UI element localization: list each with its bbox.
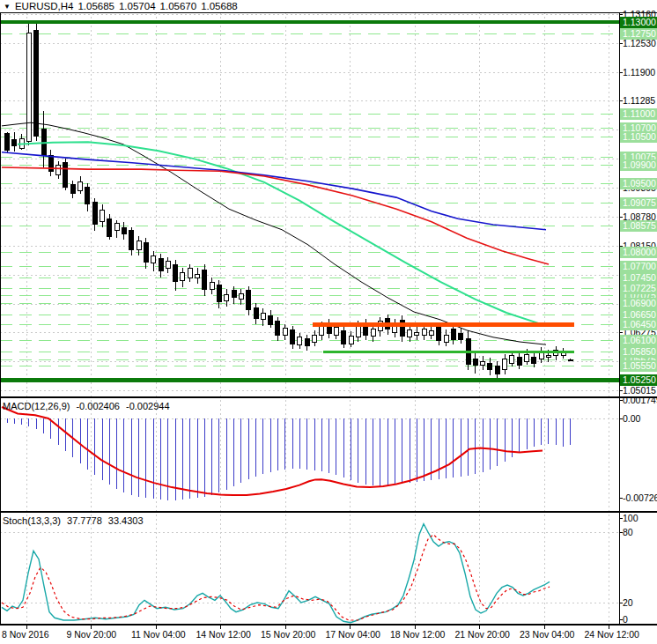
candle-body-down (48, 156, 53, 172)
candle-body-up (320, 326, 324, 335)
mt4-chart-window: ▼ EURUSD,H4 1.05685 1.05704 1.05670 1.05… (0, 0, 657, 644)
candle-body-up (114, 224, 119, 231)
candle-body-down (459, 333, 463, 340)
price-badge-light: 1.07700 (620, 261, 657, 272)
candle-body-down (342, 331, 346, 344)
stoch-k-line (2, 524, 550, 623)
candle-body-up (510, 356, 514, 363)
candle-body-down (34, 31, 39, 137)
candle-body-up (166, 262, 170, 269)
candle-body-down (517, 358, 521, 365)
price-badge-light: 1.07225 (620, 283, 657, 294)
candle-body-up (525, 354, 529, 361)
candle-body-up (239, 293, 243, 300)
candle-body-up (356, 326, 360, 337)
stoch-axis-label: 0 (623, 614, 628, 625)
price-badge-light: 1.08575 (620, 220, 657, 232)
macd-axis-label: 0.001749 (623, 395, 657, 406)
candle-body-up (349, 337, 353, 344)
price-badge-light: 1.09900 (620, 159, 657, 171)
stoch-panel-label: Stoch(13,3,3) 37.7778 33.4303 (3, 515, 144, 526)
stoch-indicator-name: Stoch(13,3,3) (3, 515, 61, 526)
date-label: 24 Nov 12:00 (585, 629, 639, 640)
price-badge-dark: 1.05250 (620, 374, 657, 386)
date-label: 11 Nov 04:00 (131, 629, 186, 640)
date-label: 8 Nov 2016 (2, 629, 49, 640)
ohlc-open: 1.05685 (78, 1, 114, 11)
symbol-timeframe: EURUSD,H4 (15, 1, 73, 11)
candle-body-up (283, 329, 287, 336)
candle-body-up (188, 269, 192, 278)
ma-blue-line (2, 152, 546, 230)
price-badge-light: 1.06900 (620, 298, 657, 309)
date-label: 15 Nov 20:00 (261, 629, 315, 640)
candle-body-down (232, 291, 236, 298)
macd-axis-label: -0.00726 (623, 492, 657, 504)
candle-body-down (305, 339, 309, 346)
chart-title: ▼ EURUSD,H4 1.05685 1.05704 1.05670 1.05… (4, 1, 238, 11)
macd-axis-label: 0.00 (623, 413, 640, 425)
ma-fast-black-line (2, 122, 546, 344)
stoch-value-k: 37.7778 (67, 515, 102, 526)
candle-body-up (261, 313, 265, 320)
price-label: 1.11900 (623, 67, 655, 78)
price-label: 1.12530 (623, 38, 656, 49)
macd-value-main: -0.002406 (76, 401, 120, 411)
price-badge-light: 1.12750 (620, 28, 657, 40)
macd-indicator-name: MACD(12,26,9) (3, 401, 70, 411)
candle-body-down (144, 243, 148, 263)
macd-panel-label: MACD(12,26,9) -0.002406 -0.002944 (3, 401, 170, 411)
date-label: 21 Nov 20:00 (455, 629, 510, 640)
candle-body-up (78, 182, 83, 191)
date-label: 14 Nov 12:00 (196, 629, 251, 640)
date-label: 18 Nov 12:00 (390, 629, 445, 640)
ohlc-high: 1.05704 (119, 1, 156, 11)
candle-body-up (503, 359, 507, 370)
candle-body-up (546, 355, 550, 358)
candle-body-up (26, 33, 31, 141)
ohlc-close: 1.05688 (201, 1, 238, 11)
macd-value-signal: -0.002944 (126, 401, 170, 411)
chart-menu-icon[interactable]: ▼ (4, 2, 11, 11)
ohlc-low: 1.05670 (160, 1, 197, 11)
candle-body-down (247, 291, 251, 310)
candle-body-up (568, 359, 572, 360)
price-badge-light: 1.11000 (620, 108, 657, 120)
candle-body-down (173, 264, 178, 282)
price-label: 1.11285 (623, 95, 655, 107)
price-badge-light: 1.06450 (620, 319, 657, 330)
candle-body-down (254, 308, 258, 319)
date-label: 23 Nov 04:00 (520, 629, 574, 640)
candle-body-down (291, 330, 295, 344)
candle-body-down (495, 366, 499, 374)
candle-body-down (217, 285, 221, 302)
candle-body-down (488, 363, 492, 370)
stoch-axis-label: 80 (623, 527, 633, 538)
candle-body-down (129, 231, 134, 250)
candle-body-up (444, 335, 448, 342)
candle-body-up (334, 328, 338, 335)
candle-body-up (371, 329, 375, 337)
date-label: 17 Nov 04:00 (326, 629, 380, 640)
candle-body-down (12, 139, 17, 146)
candle-body-up (56, 166, 61, 175)
stoch-d-line (2, 535, 550, 620)
price-badge-light: 1.06100 (620, 335, 657, 346)
stoch-axis-label: 100 (623, 513, 639, 524)
candle-body-down (437, 328, 441, 341)
ma-red-line (2, 167, 549, 264)
candle-body-down (107, 218, 112, 236)
candle-body-up (137, 241, 141, 250)
candle-body-up (196, 274, 200, 278)
candle-body-up (151, 255, 156, 263)
candle-body-up (481, 361, 485, 365)
candle-body-up (100, 210, 105, 222)
candle-body-up (210, 283, 214, 290)
chart-canvas[interactable] (0, 0, 657, 644)
candle-body-down (159, 259, 163, 271)
candle-body-up (313, 335, 317, 342)
stoch-value-d: 33.4303 (108, 515, 144, 526)
price-badge-light: 1.08000 (620, 247, 657, 258)
candle-body-down (5, 134, 10, 150)
candle-body-down (122, 227, 126, 234)
